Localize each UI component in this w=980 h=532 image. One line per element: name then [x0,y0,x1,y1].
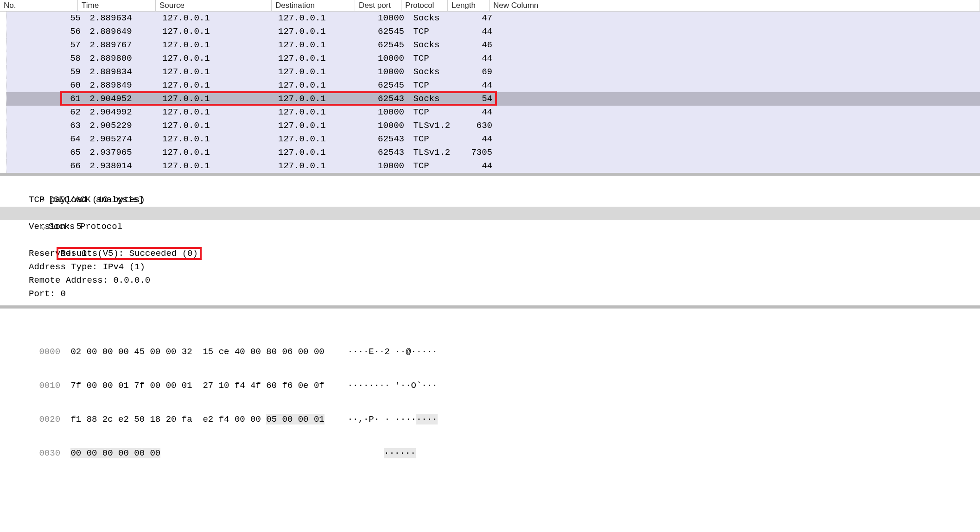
packet-list-header[interactable]: No. Time Source Destination Dest port Pr… [0,0,980,12]
cell-length: 630 [454,119,496,133]
cell-destination: 127.0.0.1 [278,65,362,79]
cell-protocol: TCP [408,159,454,173]
row-gutter [0,38,6,52]
cell-no: 58 [6,52,84,65]
col-header-new-column[interactable]: New Column [490,0,980,11]
packet-row[interactable]: 60 2.889849127.0.0.1127.0.0.162545 TCP44 [0,79,980,92]
col-header-destination[interactable]: Destination [272,0,355,11]
hex-bytes: 02 00 00 00 45 00 00 32 15 ce 40 00 80 0… [70,347,324,357]
hex-offset: 0000 [39,345,70,359]
cell-destination: 127.0.0.1 [278,52,362,65]
cell-length: 47 [454,12,496,25]
cell-no: 63 [6,119,84,133]
cell-no: 65 [6,146,84,159]
cell-time: 2.937965 [84,146,162,159]
packet-row[interactable]: 58 2.889800127.0.0.1127.0.0.110000 TCP44 [0,52,980,65]
cell-time: 2.938014 [84,159,162,173]
row-gutter [0,92,6,106]
col-header-source[interactable]: Source [156,0,272,11]
tree-version[interactable]: Version: 5 [0,220,980,234]
packet-bytes-pane[interactable]: 000002 00 00 00 45 00 00 32 15 ce 40 00 … [0,308,980,476]
packet-row[interactable]: 65 2.937965127.0.0.1127.0.0.162543 TLSv1… [0,146,980,159]
cell-destination: 127.0.0.1 [278,12,362,25]
cell-time: 2.905229 [84,119,162,133]
row-gutter [0,133,6,146]
cell-source: 127.0.0.1 [162,79,278,92]
cell-protocol: TLSv1.2 [408,119,454,133]
col-header-no[interactable]: No. [0,0,78,11]
col-header-dest-port[interactable]: Dest port [355,0,401,11]
cell-protocol: TCP [408,79,454,92]
cell-protocol: TCP [408,106,454,119]
packet-row[interactable]: 59 2.889834127.0.0.1127.0.0.110000 Socks… [0,65,980,79]
packet-row[interactable]: 66 2.938014127.0.0.1127.0.0.110000 TCP44 [0,159,980,173]
row-gutter [0,12,6,25]
cell-length: 69 [454,65,496,79]
cell-dest-port: 10000 [362,12,408,25]
cell-destination: 127.0.0.1 [278,25,362,38]
cell-destination: 127.0.0.1 [278,106,362,119]
cell-length: 44 [454,52,496,65]
cell-no: 59 [6,65,84,79]
col-header-time[interactable]: Time [78,0,156,11]
hex-ascii: ····E··2 ··@····· [348,347,438,357]
tree-port[interactable]: Port: 0 [0,287,980,301]
tree-address-type[interactable]: Address Type: IPv4 (1) [0,260,980,274]
cell-source: 127.0.0.1 [162,92,278,106]
tree-results[interactable]: Results(V5): Succeeded (0) [0,234,980,247]
cell-new-column [496,146,980,159]
hex-ascii: ········ '··O`··· [348,380,438,391]
cell-protocol: Socks [408,38,454,52]
tree-socks-protocol[interactable]: ⌄Socks Protocol [0,207,980,220]
cell-time: 2.904952 [84,92,162,106]
cell-time: 2.889767 [84,38,162,52]
packet-row[interactable]: 63 2.905229127.0.0.1127.0.0.110000 TLSv1… [0,119,980,133]
hex-row[interactable]: 003000 00 00 00 00 00······ [0,433,980,447]
hex-offset: 0030 [39,447,70,460]
packet-row[interactable]: 56 2.889649127.0.0.1127.0.0.162545 TCP44 [0,25,980,38]
col-header-protocol[interactable]: Protocol [401,0,448,11]
cell-new-column [496,65,980,79]
hex-bytes-selected: 05 00 00 01 [266,414,324,424]
row-gutter [0,25,6,38]
hex-ascii: ··,·P· · ···· [348,414,416,424]
hex-row[interactable]: 00107f 00 00 01 7f 00 00 01 27 10 f4 4f … [0,366,980,379]
packet-row[interactable]: 55 2.889634127.0.0.1127.0.0.110000 Socks… [0,12,980,25]
packet-row[interactable]: 61 2.904952127.0.0.1127.0.0.162543 Socks… [0,92,980,106]
cell-protocol: TCP [408,133,454,146]
cell-no: 64 [6,133,84,146]
tree-remote-address[interactable]: Remote Address: 0.0.0.0 [0,274,980,287]
row-gutter [0,119,6,133]
cell-time: 2.889834 [84,65,162,79]
packet-details-pane[interactable]: ›[SEQ/ACK analysis] TCP payload (10 byte… [0,176,980,308]
cell-dest-port: 62545 [362,38,408,52]
cell-length: 44 [454,159,496,173]
cell-source: 127.0.0.1 [162,146,278,159]
packet-row[interactable]: 57 2.889767127.0.0.1127.0.0.162545 Socks… [0,38,980,52]
cell-no: 66 [6,159,84,173]
packet-row[interactable]: 62 2.904992127.0.0.1127.0.0.110000 TCP44 [0,106,980,119]
cell-length: 44 [454,133,496,146]
cell-source: 127.0.0.1 [162,38,278,52]
cell-new-column [496,79,980,92]
hex-ascii-selected: ······ [384,448,415,458]
tree-version-label: Version: 5 [29,222,82,232]
cell-new-column [496,133,980,146]
tree-tcp-payload[interactable]: TCP payload (10 bytes) [0,193,980,207]
cell-new-column [496,38,980,52]
cell-dest-port: 10000 [362,119,408,133]
cell-length: 44 [454,79,496,92]
tree-seq-ack[interactable]: ›[SEQ/ACK analysis] [0,180,980,193]
hex-row[interactable]: 0020f1 88 2c e2 50 18 20 fa e2 f4 00 00 … [0,399,980,413]
cell-source: 127.0.0.1 [162,159,278,173]
cell-no: 60 [6,79,84,92]
cell-source: 127.0.0.1 [162,52,278,65]
cell-source: 127.0.0.1 [162,106,278,119]
hex-row[interactable]: 000002 00 00 00 45 00 00 32 15 ce 40 00 … [0,332,980,345]
cell-length: 7305 [454,146,496,159]
packet-list-body[interactable]: 55 2.889634127.0.0.1127.0.0.110000 Socks… [0,12,980,173]
col-header-length[interactable]: Length [448,0,490,11]
cell-no: 62 [6,106,84,119]
cell-length: 44 [454,106,496,119]
packet-row[interactable]: 64 2.905274127.0.0.1127.0.0.162543 TCP44 [0,133,980,146]
